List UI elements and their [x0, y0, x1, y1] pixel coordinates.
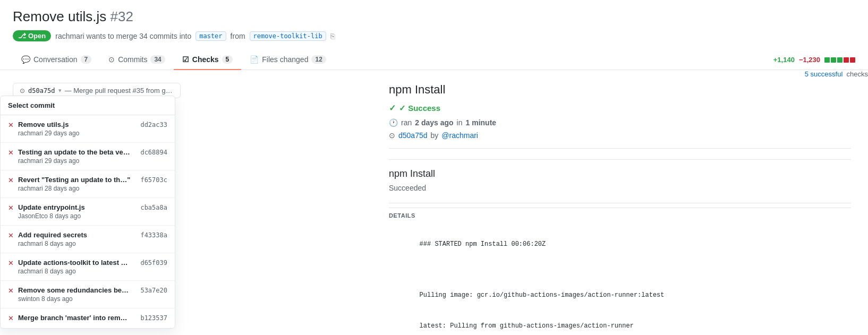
ran-time: 2 days ago [415, 118, 453, 127]
tab-conversation-label: Conversation [33, 55, 78, 64]
commit-hash-link[interactable]: d50a75d [398, 131, 428, 140]
check-commit-meta: ⊙ d50a75d by @rachmari [389, 131, 851, 140]
successful-link[interactable]: 5 successful [805, 70, 845, 78]
fail-icon: ✕ [8, 287, 14, 295]
commit-item-info: Update actions-toolkit to latest … rachm… [18, 259, 136, 275]
commit-item-hash: dd2ac33 [140, 121, 167, 128]
log-line-3: Pulling image: gcr.io/github-actions-ima… [420, 291, 665, 299]
commit-item-title: Remove utils.js [18, 121, 136, 128]
tab-files-changed[interactable]: 📄 Files changed 12 [241, 50, 335, 70]
commit-item-sub: rachmari 29 days ago [18, 157, 136, 165]
commit-item-info: Merge branch 'master' into rem… [18, 314, 136, 323]
commit-item-title: Remove some redundancies be… [18, 286, 136, 294]
checks-icon: ☑ [182, 55, 189, 64]
tab-files-changed-label: Files changed [262, 55, 308, 64]
commit-item-sub: JasonEtco 8 days ago [18, 212, 136, 220]
dropdown-header: Select commit [1, 96, 175, 115]
copy-icon[interactable]: ⎘ [330, 32, 335, 40]
additions-stat: +1,140 [773, 56, 795, 64]
checks-detail-panel: 5 successful checks npm Install ✓ ✓ Succ… [372, 70, 868, 335]
log-line-1: ### STARTED npm Install 00:06:20Z [420, 240, 546, 248]
diff-stats: +1,140 −1,230 [773, 50, 855, 69]
commit-item-info: Remove utils.js rachmari 29 days ago [18, 121, 136, 137]
commit-item-info: Remove some redundancies be… swinton 8 d… [18, 286, 136, 303]
base-branch-tag[interactable]: master [195, 31, 226, 41]
diff-bar [824, 57, 855, 63]
pr-tabs: 💬 Conversation 7 ⊙ Commits 34 ☑ Checks 5… [0, 50, 868, 70]
commits-icon: ⊙ [108, 55, 115, 64]
clock-icon: 🕐 [389, 118, 398, 127]
fail-icon: ✕ [8, 121, 14, 129]
pr-meta: ⎇ Open rachmari wants to merge 34 commit… [13, 30, 855, 41]
from-text: from [231, 32, 245, 40]
tab-conversation[interactable]: 💬 Conversation 7 [13, 50, 100, 70]
list-item[interactable]: ✕ Add required secrets rachmari 8 days a… [1, 226, 175, 253]
pr-status-badge: ⎇ Open [13, 30, 51, 41]
ran-text: ran [401, 118, 412, 127]
commit-item-hash: dc68894 [140, 149, 167, 156]
tab-commits-label: Commits [118, 55, 147, 64]
list-item[interactable]: ✕ Revert "Testing an update to th…" rach… [1, 170, 175, 198]
commit-item-hash: b123537 [140, 314, 167, 322]
commit-item-sub: rachmari 8 days ago [18, 268, 136, 275]
commit-item-title: Testing an update to the beta ve… [18, 148, 136, 156]
tab-checks-label: Checks [192, 55, 219, 64]
commit-item-title: Merge branch 'master' into rem… [18, 314, 136, 322]
head-branch-tag[interactable]: remove-toolkit-lib [250, 31, 326, 41]
commit-item-hash: cba5a8a [140, 204, 167, 211]
check-status: ✓ ✓ Success [389, 103, 851, 113]
status-text: ✓ Success [399, 104, 440, 113]
commit-item-hash: 53a7e20 [140, 287, 167, 294]
pr-number: #32 [110, 8, 133, 24]
log-line-4: latest: Pulling from github-actions-imag… [420, 322, 634, 330]
fail-icon: ✕ [8, 204, 14, 212]
list-item[interactable]: ✕ Merge branch 'master' into rem… b12353… [1, 308, 175, 328]
tab-conversation-count: 7 [81, 55, 92, 64]
details-label: DETAILS [389, 208, 851, 219]
author-link[interactable]: @rachmari [441, 131, 478, 140]
commit-item-sub: rachmari 28 days ago [18, 185, 136, 192]
fail-icon: ✕ [8, 176, 14, 184]
fail-icon: ✕ [8, 231, 14, 239]
pr-header: Remove utils.js #32 ⎇ Open rachmari want… [0, 0, 868, 41]
check-title: npm Install [389, 83, 851, 97]
diff-bar-red-2 [850, 57, 855, 63]
commit-item-title: Update entrypoint.js [18, 203, 136, 211]
list-item[interactable]: ✕ Remove some redundancies be… swinton 8… [1, 281, 175, 308]
tab-checks[interactable]: ☑ Checks 5 [174, 50, 242, 70]
commit-selector-icon: ⊙ [20, 87, 25, 95]
diff-bar-green-1 [824, 57, 830, 63]
fail-icon: ✕ [8, 314, 14, 322]
pr-title-text: Remove utils.js [13, 8, 106, 24]
commit-item-hash: f65703c [140, 176, 167, 184]
commit-selector-message: — Merge pull request #35 from github-dev… [65, 87, 174, 95]
tab-commits-count: 34 [150, 55, 165, 64]
commit-item-title: Revert "Testing an update to th…" [18, 176, 136, 184]
checkmark-icon: ✓ [389, 103, 396, 113]
diff-bar-green-3 [837, 57, 843, 63]
diff-bar-red-1 [844, 57, 849, 63]
commit-selector-hash: d50a75d [28, 87, 55, 95]
list-item[interactable]: ✕ Testing an update to the beta ve… rach… [1, 143, 175, 170]
by-text: by [431, 131, 439, 140]
chevron-down-icon: ▾ [58, 87, 62, 94]
checks-label-text: checks [845, 70, 868, 78]
commit-item-info: Update entrypoint.js JasonEtco 8 days ag… [18, 203, 136, 220]
merge-icon: ⎇ [18, 32, 26, 40]
commit-item-info: Add required secrets rachmari 8 days ago [18, 231, 136, 247]
npm-install-subtitle: npm Install [389, 159, 851, 179]
commit-dot-icon: ⊙ [389, 131, 395, 140]
log-output: ### STARTED npm Install 00:06:20Z Pullin… [389, 225, 851, 335]
fail-icon: ✕ [8, 149, 14, 157]
list-item[interactable]: ✕ Update actions-toolkit to latest … rac… [1, 253, 175, 281]
page-container: Remove utils.js #32 ⎇ Open rachmari want… [0, 0, 868, 335]
check-succeeded-text: Succeeded [389, 184, 851, 192]
in-text: in [457, 118, 463, 127]
fail-icon: ✕ [8, 259, 14, 267]
list-item[interactable]: ✕ Remove utils.js rachmari 29 days ago d… [1, 115, 175, 143]
commit-item-info: Revert "Testing an update to th…" rachma… [18, 176, 136, 192]
tab-checks-count: 5 [222, 55, 233, 64]
list-item[interactable]: ✕ Update entrypoint.js JasonEtco 8 days … [1, 198, 175, 226]
tab-commits[interactable]: ⊙ Commits 34 [100, 50, 174, 70]
left-sidebar: ⊙ d50a75d ▾ — Merge pull request #35 fro… [0, 70, 181, 335]
